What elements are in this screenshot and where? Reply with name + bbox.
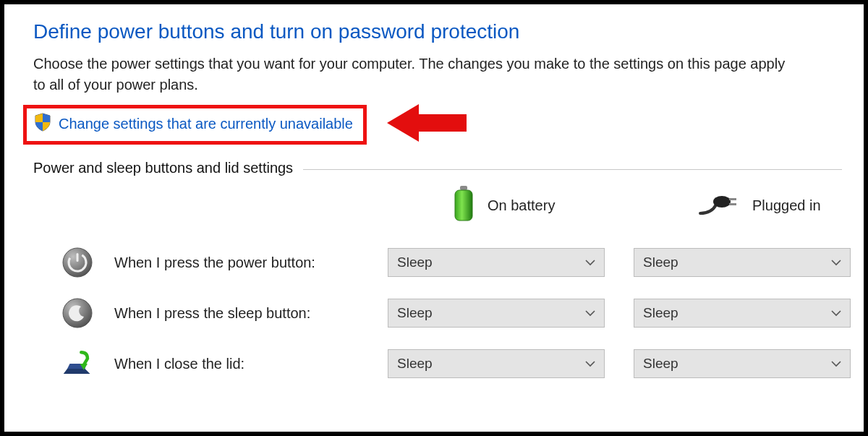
uac-shield-icon <box>34 113 51 135</box>
change-settings-link[interactable]: Change settings that are currently unava… <box>59 116 353 132</box>
section-divider <box>303 169 842 170</box>
svg-rect-8 <box>77 253 79 262</box>
plug-icon <box>699 192 739 220</box>
row-label-lid: When I close the lid: <box>33 349 373 379</box>
dropdown-power-plugged-value: Sleep <box>643 255 678 270</box>
sleep-button-icon <box>62 298 93 328</box>
chevron-down-icon <box>831 308 841 318</box>
svg-rect-1 <box>460 186 467 190</box>
settings-grid: On battery Plugged in <box>33 184 842 379</box>
row-sleep-text: When I press the sleep button: <box>114 305 310 322</box>
row-label-power: When I press the power button: <box>33 247 373 278</box>
dropdown-power-battery-value: Sleep <box>397 255 433 270</box>
chevron-down-icon <box>585 308 595 318</box>
dropdown-lid-plugged-value: Sleep <box>643 356 678 372</box>
svg-rect-2 <box>455 190 472 221</box>
power-button-icon <box>62 247 93 278</box>
dropdown-power-plugged[interactable]: Sleep <box>634 248 851 277</box>
page-description: Choose the power settings that you want … <box>33 54 800 95</box>
laptop-lid-icon <box>62 349 93 379</box>
section-label: Power and sleep buttons and lid settings <box>33 160 293 176</box>
battery-icon <box>453 186 475 226</box>
row-power-text: When I press the power button: <box>114 255 315 271</box>
dropdown-sleep-plugged[interactable]: Sleep <box>634 299 851 328</box>
page-title: Define power buttons and turn on passwor… <box>33 20 842 43</box>
dropdown-lid-plugged[interactable]: Sleep <box>634 349 851 378</box>
column-header-battery-label: On battery <box>488 197 555 214</box>
section-header: Power and sleep buttons and lid settings <box>33 160 842 176</box>
dropdown-sleep-battery[interactable]: Sleep <box>388 299 605 328</box>
svg-rect-4 <box>729 198 736 200</box>
svg-marker-10 <box>64 369 90 374</box>
svg-marker-0 <box>387 104 467 142</box>
column-header-plugged-label: Plugged in <box>752 197 821 214</box>
power-options-panel: Define power buttons and turn on passwor… <box>0 0 868 436</box>
column-header-plugged: Plugged in <box>634 184 865 227</box>
row-lid-text: When I close the lid: <box>114 356 244 372</box>
dropdown-lid-battery-value: Sleep <box>397 356 433 372</box>
svg-point-6 <box>63 248 92 277</box>
annotation-arrow-icon <box>387 103 467 147</box>
dropdown-sleep-battery-value: Sleep <box>397 305 433 321</box>
chevron-down-icon <box>831 359 841 369</box>
row-label-sleep: When I press the sleep button: <box>33 298 373 328</box>
dropdown-sleep-plugged-value: Sleep <box>643 305 678 321</box>
highlight-row: Change settings that are currently unava… <box>23 103 842 147</box>
svg-point-3 <box>713 196 731 208</box>
chevron-down-icon <box>831 257 841 268</box>
svg-rect-5 <box>729 203 736 205</box>
column-header-battery: On battery <box>388 184 619 227</box>
chevron-down-icon <box>585 257 595 268</box>
highlight-box: Change settings that are currently unava… <box>23 105 367 145</box>
dropdown-power-battery[interactable]: Sleep <box>388 248 605 277</box>
chevron-down-icon <box>585 359 595 369</box>
dropdown-lid-battery[interactable]: Sleep <box>388 349 605 378</box>
